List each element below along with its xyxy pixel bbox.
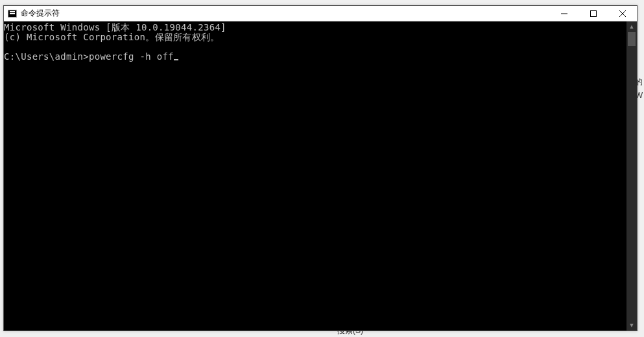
minimize-icon — [561, 10, 567, 17]
console-wrap: Microsoft Windows [版本 10.0.19044.2364] (… — [4, 21, 637, 331]
vertical-scrollbar[interactable]: ▲ ▼ — [626, 21, 637, 331]
maximize-icon — [590, 10, 597, 17]
close-button[interactable] — [608, 6, 637, 21]
cursor — [174, 59, 178, 60]
close-icon — [619, 10, 626, 17]
scroll-down-arrow-icon[interactable]: ▼ — [626, 320, 637, 331]
cmd-icon — [8, 10, 17, 18]
titlebar[interactable]: 命令提示符 — [4, 6, 637, 21]
scroll-up-arrow-icon[interactable]: ▲ — [626, 21, 637, 32]
console-command: powercfg -h off — [89, 51, 174, 62]
console-area[interactable]: Microsoft Windows [版本 10.0.19044.2364] (… — [4, 21, 626, 331]
window-controls — [549, 6, 637, 21]
scroll-thumb[interactable] — [628, 32, 636, 46]
console-prompt: C:\Users\admin> — [4, 51, 89, 62]
window-title: 命令提示符 — [21, 8, 549, 19]
svg-rect-1 — [590, 10, 596, 16]
maximize-button[interactable] — [578, 6, 608, 21]
console-line: Microsoft Windows [版本 10.0.19044.2364] — [4, 22, 226, 32]
command-prompt-window: 命令提示符 Microsoft Windows [版本 10.0.19044.2… — [3, 5, 638, 331]
console-line: (c) Microsoft Corporation。保留所有权利。 — [4, 32, 220, 42]
minimize-button[interactable] — [549, 6, 578, 21]
